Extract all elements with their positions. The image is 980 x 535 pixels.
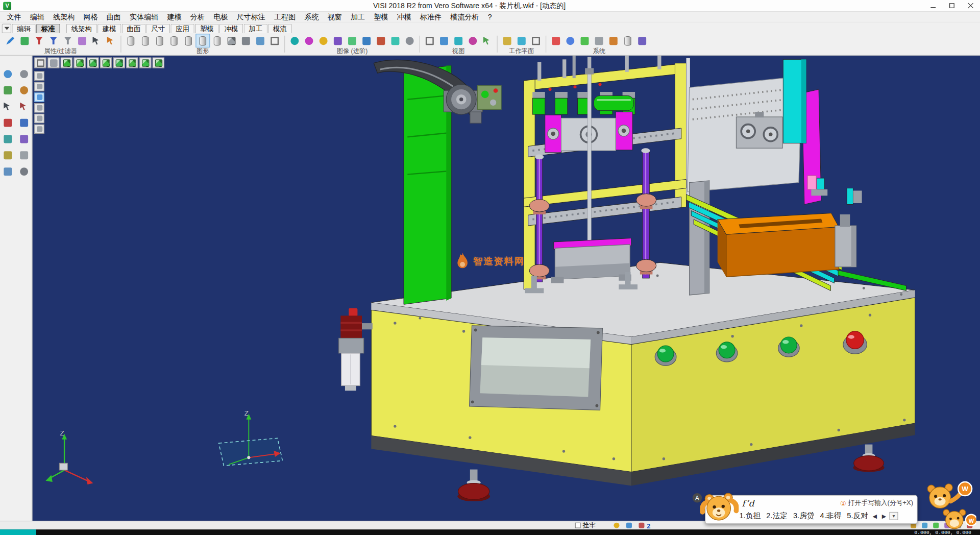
deselect-icon[interactable] — [16, 100, 31, 113]
menu-item[interactable]: 分析 — [186, 12, 209, 21]
view-right[interactable] — [100, 58, 112, 68]
minimize-button[interactable] — [924, 0, 943, 11]
status-zoom-icon[interactable] — [612, 522, 621, 529]
tab-edit[interactable]: 编辑 — [12, 24, 36, 33]
view-clip[interactable] — [253, 34, 267, 47]
system-calculator[interactable] — [592, 34, 606, 47]
ime-next-button[interactable]: ▶ — [881, 513, 887, 519]
anchor-checkbox[interactable] — [575, 523, 581, 528]
view-rotate[interactable] — [465, 34, 480, 47]
viewport[interactable]: Z Z — [33, 56, 980, 521]
menu-item[interactable]: 塑模 — [370, 12, 393, 21]
selection-mode-point[interactable] — [34, 71, 44, 81]
shade-hidden[interactable] — [153, 34, 167, 47]
render-light[interactable] — [316, 34, 331, 47]
render-texture[interactable] — [331, 34, 345, 47]
type-filter[interactable] — [61, 34, 75, 47]
options-icon[interactable] — [16, 164, 31, 178]
ime-prev-button[interactable]: ◀ — [872, 513, 877, 519]
view-pan[interactable] — [451, 34, 465, 47]
view-shaded-box[interactable] — [47, 58, 59, 68]
menu-item[interactable]: 尺寸标注 — [232, 12, 270, 21]
menu-item[interactable]: 工程图 — [270, 12, 300, 21]
zoom-window-icon[interactable] — [1, 67, 15, 81]
viewport-canvas[interactable]: Z Z — [33, 56, 980, 521]
view-back[interactable] — [126, 58, 138, 68]
copy-icon[interactable] — [16, 116, 31, 130]
ime-more-button[interactable]: ▼ — [889, 512, 898, 520]
filter-settings[interactable] — [75, 34, 89, 47]
shade-solid[interactable] — [167, 34, 181, 47]
system-macro[interactable] — [606, 34, 621, 47]
selection-mode-edge[interactable] — [34, 82, 44, 91]
close-button[interactable] — [961, 0, 980, 11]
menu-item[interactable]: 编辑 — [26, 12, 48, 21]
select-arrow[interactable] — [89, 34, 104, 47]
shade-off[interactable] — [124, 34, 138, 47]
ime-candidate[interactable]: 3.房贷 — [793, 510, 815, 521]
measure-icon[interactable] — [1, 148, 15, 162]
status-edit-icon[interactable] — [637, 522, 646, 529]
menu-item[interactable]: 加工 — [346, 12, 369, 21]
pan-icon[interactable] — [1, 83, 15, 97]
rotate-view-icon[interactable] — [16, 83, 31, 97]
menu-item[interactable]: 实体编辑 — [126, 12, 163, 21]
tab-mould[interactable]: 塑模 — [195, 24, 219, 33]
tab-modeling[interactable]: 建模 — [97, 24, 121, 33]
menu-item[interactable]: 网格 — [79, 12, 102, 21]
view-zoom-window[interactable] — [423, 34, 437, 47]
system-database[interactable] — [621, 34, 635, 47]
ime-candidate[interactable]: 1.负担 — [740, 510, 761, 521]
tab-surface[interactable]: 曲面 — [122, 24, 146, 33]
menu-item[interactable]: 线架构 — [49, 12, 79, 21]
select-by-filter[interactable] — [104, 34, 118, 47]
render-settings[interactable] — [403, 34, 417, 47]
shade-wire[interactable] — [138, 34, 153, 47]
view-previous[interactable] — [480, 34, 494, 47]
menu-item[interactable]: 曲面 — [102, 12, 125, 21]
view-section[interactable] — [239, 34, 253, 47]
status-layer-icon[interactable] — [624, 522, 633, 529]
shade-transparent[interactable] — [210, 34, 224, 47]
render-capture[interactable] — [374, 34, 388, 47]
tab-apply[interactable]: 应用 — [170, 24, 194, 33]
ime-candidate[interactable]: 2.法定 — [766, 510, 788, 521]
select-icon[interactable] — [1, 100, 15, 113]
selection-mode-group[interactable] — [34, 114, 44, 123]
anchor-toggle[interactable]: 拴牢 — [575, 521, 596, 530]
workplane-toggle[interactable] — [529, 34, 543, 47]
mirror-icon[interactable] — [16, 132, 31, 145]
tab-overflow-button[interactable] — [2, 24, 11, 33]
layer-filter[interactable] — [32, 34, 46, 47]
erase-icon[interactable] — [16, 148, 31, 162]
selection-mode-all[interactable] — [34, 125, 44, 134]
layers-icon[interactable] — [1, 164, 15, 178]
view-iso[interactable] — [61, 58, 72, 68]
view-top[interactable] — [74, 58, 85, 68]
workplane-new[interactable] — [500, 34, 514, 47]
view-bounds[interactable] — [267, 34, 282, 47]
maximize-button[interactable] — [943, 0, 962, 11]
tab-machining[interactable]: 加工 — [244, 24, 268, 33]
view-front[interactable] — [87, 58, 99, 68]
system-options[interactable] — [635, 34, 649, 47]
render-background[interactable] — [359, 34, 374, 47]
selection-mode-face[interactable] — [34, 92, 44, 102]
workplane-align[interactable] — [514, 34, 529, 47]
move-icon[interactable] — [1, 132, 15, 145]
ime-handwriting-toggle[interactable]: ① 打开手写输入(分号+X) — [840, 499, 913, 507]
color-filter[interactable] — [46, 34, 61, 47]
menu-item[interactable]: 系统 — [300, 12, 323, 21]
system-globe[interactable] — [563, 34, 577, 47]
menu-item[interactable]: 电极 — [209, 12, 232, 21]
view-bottom[interactable] — [139, 58, 151, 68]
view-list[interactable] — [34, 58, 46, 68]
menu-item[interactable]: 文件 — [3, 12, 26, 21]
zoom-dynamic-icon[interactable] — [16, 67, 31, 81]
shade-edges[interactable] — [225, 34, 239, 47]
cut-icon[interactable] — [1, 116, 15, 130]
menu-item[interactable]: 视窗 — [323, 12, 346, 21]
view-left[interactable] — [113, 58, 125, 68]
selection-mode-body[interactable] — [34, 103, 44, 112]
menu-item[interactable]: 建模 — [163, 12, 186, 21]
